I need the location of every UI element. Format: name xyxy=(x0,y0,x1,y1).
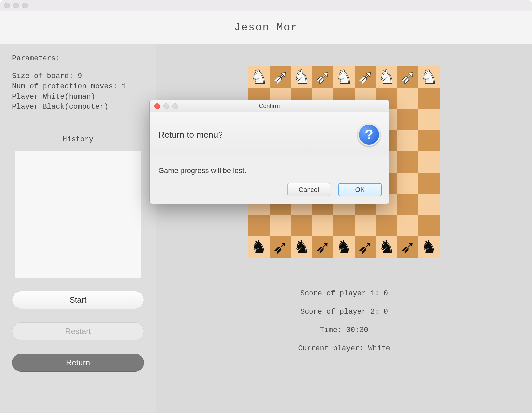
board-square[interactable]: ♞ xyxy=(291,66,312,88)
board-square[interactable] xyxy=(418,109,440,130)
parameters-heading: Parameters: xyxy=(12,54,144,63)
black-archer-icon[interactable]: ➶ xyxy=(358,238,373,256)
white-knight-icon[interactable]: ♞ xyxy=(293,68,310,86)
cancel-button[interactable]: Cancel xyxy=(287,183,330,196)
score-player-1: Score of player 1: 0 xyxy=(298,285,390,303)
white-knight-icon[interactable]: ♞ xyxy=(251,68,267,86)
board-square[interactable] xyxy=(418,88,440,109)
sidebar: Parameters: Size of board: 9 Num of prot… xyxy=(0,44,156,413)
board-square[interactable]: ➶ xyxy=(355,236,376,258)
app-header: Jeson Mor xyxy=(0,10,532,44)
black-knight-icon[interactable]: ♞ xyxy=(421,238,437,256)
board-square[interactable]: ♞ xyxy=(333,236,355,258)
black-knight-icon[interactable]: ♞ xyxy=(251,238,267,256)
dialog-title: Return to menu? xyxy=(158,130,223,140)
board-square[interactable]: ➶ xyxy=(312,66,333,88)
app-title: Jeson Mor xyxy=(234,21,298,34)
param-board-size: Size of board: 9 xyxy=(12,71,144,82)
board-square[interactable]: ➶ xyxy=(397,236,418,258)
dialog-actions: Cancel OK xyxy=(150,179,389,204)
ok-button[interactable]: OK xyxy=(338,183,382,196)
board-square[interactable] xyxy=(397,151,418,173)
board-square[interactable]: ♞ xyxy=(418,236,440,258)
board-square[interactable]: ➶ xyxy=(270,66,291,88)
param-protection-moves: Num of protection moves: 1 xyxy=(12,82,144,92)
board-square[interactable]: ➶ xyxy=(397,66,418,88)
black-archer-icon[interactable]: ➶ xyxy=(315,238,331,256)
board-square[interactable] xyxy=(418,151,440,173)
black-knight-icon[interactable]: ♞ xyxy=(293,238,310,256)
board-square[interactable] xyxy=(418,173,440,194)
history-heading: History xyxy=(12,135,144,144)
board-square[interactable] xyxy=(397,215,418,236)
white-archer-icon[interactable]: ➶ xyxy=(358,68,373,86)
white-knight-icon[interactable]: ♞ xyxy=(378,68,395,86)
minimize-icon[interactable] xyxy=(13,3,19,8)
param-player-white: Player White(human) xyxy=(12,92,144,102)
board-square[interactable]: ➶ xyxy=(270,236,291,258)
board-square[interactable]: ♞ xyxy=(333,66,355,88)
dialog-titlebar: Confirm xyxy=(150,100,389,112)
board-square[interactable] xyxy=(418,215,440,236)
start-button[interactable]: Start xyxy=(12,291,144,309)
board-square[interactable]: ♞ xyxy=(376,236,397,258)
board-square[interactable] xyxy=(291,215,312,236)
status-block: Score of player 1: 0 Score of player 2: … xyxy=(298,285,390,358)
board-square[interactable] xyxy=(355,215,376,236)
white-archer-icon[interactable]: ➶ xyxy=(400,68,416,86)
board-square[interactable]: ♞ xyxy=(418,66,440,88)
param-player-black: Player Black(computer) xyxy=(12,102,144,112)
current-player: Current player: White xyxy=(298,339,390,358)
restart-button: Restart xyxy=(12,322,144,340)
zoom-icon[interactable] xyxy=(22,3,28,8)
score-player-2: Score of player 2: 0 xyxy=(298,303,390,321)
black-archer-icon[interactable]: ➶ xyxy=(273,238,288,256)
dialog-minimize-icon xyxy=(163,103,169,109)
board-square[interactable]: ♞ xyxy=(376,66,397,88)
board-square[interactable]: ♞ xyxy=(248,66,270,88)
board-square[interactable] xyxy=(312,215,333,236)
white-knight-icon[interactable]: ♞ xyxy=(421,68,437,86)
close-icon[interactable] xyxy=(4,3,10,8)
black-knight-icon[interactable]: ♞ xyxy=(378,238,395,256)
board-square[interactable] xyxy=(376,215,397,236)
dialog-header: Return to menu? ? xyxy=(150,112,389,155)
board-square[interactable] xyxy=(397,88,418,109)
dialog-close-icon[interactable] xyxy=(154,103,160,109)
board-square[interactable] xyxy=(418,194,440,215)
outer-titlebar xyxy=(0,0,532,10)
history-box xyxy=(15,151,141,278)
board-square[interactable] xyxy=(270,215,291,236)
white-knight-icon[interactable]: ♞ xyxy=(336,68,352,86)
board-square[interactable] xyxy=(397,109,418,130)
board-square[interactable] xyxy=(397,194,418,215)
black-knight-icon[interactable]: ♞ xyxy=(336,238,352,256)
board-square[interactable] xyxy=(397,130,418,151)
question-icon: ? xyxy=(358,124,380,146)
board-square[interactable]: ➶ xyxy=(355,66,376,88)
dialog-window-title: Confirm xyxy=(150,103,389,110)
board-square[interactable] xyxy=(418,130,440,151)
main-window: Jeson Mor Parameters: Size of board: 9 N… xyxy=(0,0,532,413)
board-square[interactable] xyxy=(397,173,418,194)
board-square[interactable]: ➶ xyxy=(312,236,333,258)
dialog-zoom-icon xyxy=(172,103,178,109)
white-archer-icon[interactable]: ➶ xyxy=(273,68,288,86)
board-square[interactable]: ♞ xyxy=(248,236,270,258)
board-square[interactable] xyxy=(333,215,355,236)
confirm-dialog: Confirm Return to menu? ? Game progress … xyxy=(149,100,389,204)
white-archer-icon[interactable]: ➶ xyxy=(315,68,331,86)
return-button[interactable]: Return xyxy=(12,354,144,372)
black-archer-icon[interactable]: ➶ xyxy=(400,238,416,256)
board-square[interactable]: ♞ xyxy=(291,236,312,258)
dialog-body: Game progress will be lost. xyxy=(150,155,389,179)
time: Time: 00:30 xyxy=(298,321,390,339)
board-square[interactable] xyxy=(248,215,270,236)
